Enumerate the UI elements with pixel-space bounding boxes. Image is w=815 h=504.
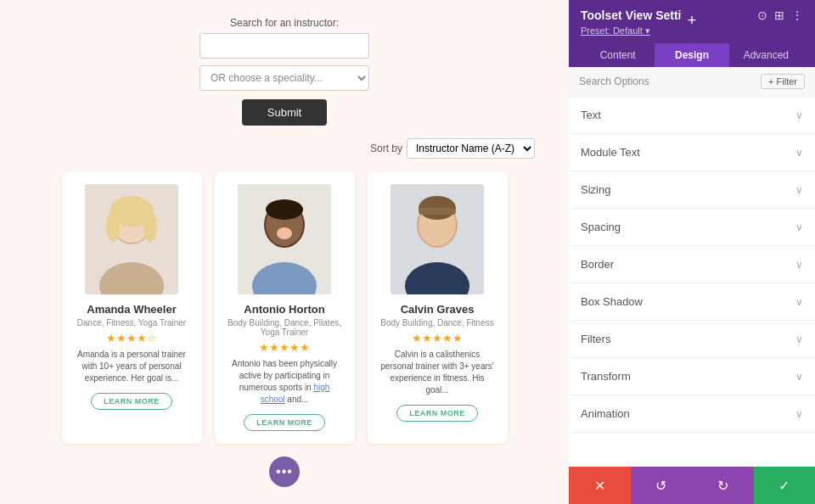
card-photo-1 (238, 184, 331, 294)
card-2: Calvin Graves Body Building, Dance, Fitn… (368, 171, 508, 444)
chevron-spacing-icon: ∨ (795, 221, 803, 233)
settings-label-animation: Animation (581, 407, 630, 420)
svg-point-12 (277, 227, 292, 239)
settings-label-filters: Filters (581, 333, 610, 345)
card-specialty-2: Body Building, Dance, Fitness (380, 318, 493, 328)
search-input[interactable] (200, 33, 369, 59)
chevron-transform-icon: ∨ (795, 371, 803, 383)
search-label: Search for an instructor: (230, 17, 339, 29)
settings-item-border[interactable]: Border ∨ (569, 246, 815, 283)
toolset-footer: ✕ ↺ ↻ ✓ (569, 467, 815, 504)
settings-item-filters[interactable]: Filters ∨ (569, 321, 815, 358)
submit-button[interactable]: Submit (242, 99, 327, 126)
toolset-icons: ⊙ ⊞ ⋮ (757, 8, 803, 22)
grid-icon-button[interactable]: ⊞ (774, 8, 784, 22)
redo-button[interactable]: ↻ (692, 467, 754, 504)
settings-label-transform: Transform (581, 370, 631, 383)
settings-label-sizing: Sizing (581, 183, 610, 196)
learn-more-2[interactable]: LEARN MORE (396, 405, 478, 422)
card-1: Antonio Horton Body Building, Dance, Pil… (215, 171, 355, 444)
settings-label-module-text: Module Text (581, 146, 640, 159)
settings-item-text[interactable]: Text ∨ (569, 97, 815, 134)
settings-icon-button[interactable]: ⊙ (757, 8, 767, 22)
svg-rect-18 (419, 208, 456, 215)
card-specialty-1: Body Building, Dance, Pilates, Yoga Trai… (228, 318, 342, 337)
add-button[interactable]: + (680, 8, 704, 32)
settings-item-transform[interactable]: Transform ∨ (569, 358, 815, 395)
settings-label-spacing: Spacing (581, 221, 621, 233)
settings-item-module-text[interactable]: Module Text ∨ (569, 134, 815, 171)
sort-label: Sort by (370, 143, 402, 154)
card-photo-2 (391, 184, 484, 294)
search-options-bar: Search Options + Filter (569, 67, 815, 97)
preset-label[interactable]: Preset: Default ▾ (581, 25, 650, 36)
settings-label-text: Text (581, 109, 601, 121)
chevron-text-icon: ∨ (795, 109, 803, 121)
pagination-button[interactable]: ••• (269, 456, 300, 487)
pagination-dots: ••• (269, 456, 300, 487)
card-stars-1: ★★★★★ (259, 341, 310, 354)
right-panel: + Toolset View Settings ⊙ ⊞ ⋮ Preset: De… (569, 0, 815, 504)
toolset-body: Search Options + Filter Text ∨ Module Te… (569, 67, 815, 467)
search-options-text: Search Options (579, 76, 649, 87)
card-0: Amanda Wheeler Dance, Fitness, Yoga Trai… (62, 171, 202, 444)
card-bio-2: Calvin is a calisthenics personal traine… (380, 349, 495, 396)
tab-advanced[interactable]: Advanced (729, 43, 803, 67)
chevron-border-icon: ∨ (795, 259, 803, 271)
toolset-tabs: Content Design Advanced (581, 43, 803, 67)
card-name-1: Antonio Horton (244, 303, 324, 316)
specialty-select[interactable]: OR choose a speciality...DanceFitnessYog… (200, 65, 369, 91)
undo-button[interactable]: ↺ (631, 467, 693, 504)
filter-button[interactable]: + Filter (761, 74, 805, 89)
svg-point-11 (266, 199, 303, 220)
settings-item-spacing[interactable]: Spacing ∨ (569, 209, 815, 246)
card-specialty-0: Dance, Fitness, Yoga Trainer (77, 318, 186, 328)
card-bio-0: Amanda is a personal trainer with 10+ ye… (75, 349, 189, 384)
card-photo-0 (85, 184, 178, 294)
chevron-animation-icon: ∨ (795, 408, 803, 420)
sort-select[interactable]: Instructor Name (A-Z)Instructor Name (Z-… (407, 138, 535, 159)
settings-item-sizing[interactable]: Sizing ∨ (569, 171, 815, 209)
left-panel: Search for an instructor: OR choose a sp… (0, 0, 569, 504)
chevron-module-text-icon: ∨ (795, 147, 803, 159)
cancel-button[interactable]: ✕ (569, 467, 631, 504)
svg-point-5 (106, 211, 120, 242)
settings-item-animation[interactable]: Animation ∨ (569, 395, 815, 433)
cards-row: Amanda Wheeler Dance, Fitness, Yoga Trai… (25, 171, 543, 444)
settings-label-border: Border (581, 258, 614, 271)
learn-more-0[interactable]: LEARN MORE (91, 393, 172, 410)
card-name-2: Calvin Graves (401, 303, 475, 316)
card-name-0: Amanda Wheeler (87, 303, 176, 316)
tab-design[interactable]: Design (655, 43, 728, 67)
chevron-filters-icon: ∨ (795, 333, 803, 345)
chevron-sizing-icon: ∨ (795, 184, 803, 196)
card-bio-1: Antonio has been physically active by pa… (228, 358, 342, 406)
tab-content[interactable]: Content (581, 43, 655, 67)
card-stars-0: ★★★★☆ (106, 332, 157, 344)
confirm-button[interactable]: ✓ (754, 467, 816, 504)
sort-bar: Sort by Instructor Name (A-Z)Instructor … (25, 138, 543, 159)
more-icon-button[interactable]: ⋮ (791, 8, 803, 22)
card-stars-2: ★★★★★ (412, 332, 463, 344)
settings-label-box-shadow: Box Shadow (581, 295, 643, 308)
settings-item-box-shadow[interactable]: Box Shadow ∨ (569, 283, 815, 321)
learn-more-1[interactable]: LEARN MORE (244, 414, 325, 431)
chevron-box-shadow-icon: ∨ (795, 296, 803, 308)
svg-point-6 (143, 211, 157, 242)
search-section: Search for an instructor: OR choose a sp… (25, 17, 543, 126)
